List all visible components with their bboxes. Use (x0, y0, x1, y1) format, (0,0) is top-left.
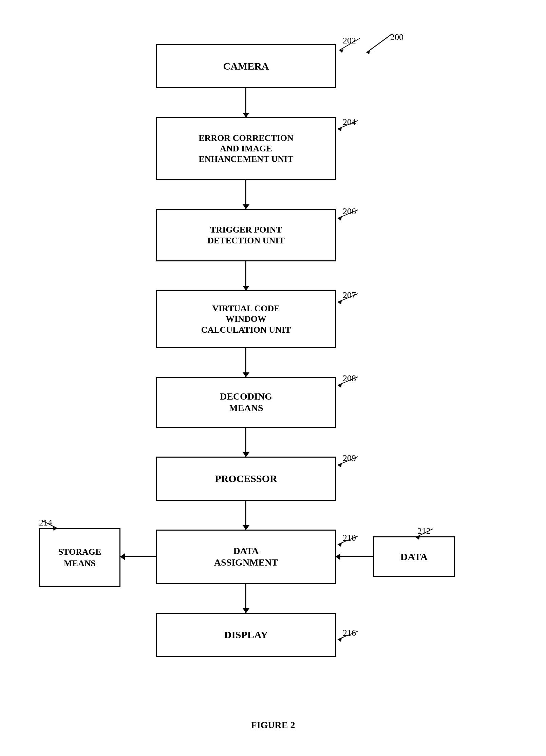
arrow-202 (336, 37, 363, 54)
arrow-assignment-to-display (245, 584, 246, 613)
svg-line-14 (338, 536, 358, 545)
svg-line-12 (338, 457, 358, 465)
virtual-code-box: VIRTUAL CODE WINDOW CALCULATION UNIT (156, 290, 336, 348)
decoding-means-label: DECODING MEANS (220, 391, 272, 413)
storage-means-label: STORAGE MEANS (58, 546, 101, 569)
svg-line-2 (339, 38, 360, 50)
camera-box: CAMERA (156, 44, 336, 88)
data-assignment-box: DATA ASSIGNMENT (156, 530, 336, 584)
svg-line-20 (338, 631, 358, 640)
arrow-virtual-to-decoding (245, 348, 246, 377)
svg-line-6 (338, 210, 358, 218)
decoding-means-box: DECODING MEANS (156, 377, 336, 428)
arrow-207 (334, 292, 361, 306)
data-assignment-label: DATA ASSIGNMENT (214, 545, 278, 568)
camera-label: CAMERA (223, 60, 269, 72)
virtual-code-label: VIRTUAL CODE WINDOW CALCULATION UNIT (201, 303, 291, 335)
error-correction-label: ERROR CORRECTION AND IMAGE ENHANCEMENT U… (199, 133, 294, 165)
svg-line-0 (366, 34, 392, 53)
arrow-error-to-trigger (245, 180, 246, 209)
data-label: DATA (400, 551, 428, 563)
arrow-210 (334, 534, 361, 548)
arrow-trigger-to-virtual (245, 261, 246, 290)
processor-label: PROCESSOR (215, 473, 277, 485)
error-correction-box: ERROR CORRECTION AND IMAGE ENHANCEMENT U… (156, 117, 336, 180)
arrow-camera-to-error (245, 88, 246, 117)
svg-line-8 (338, 294, 358, 302)
trigger-point-label: TRIGGER POINT DETECTION UNIT (207, 224, 285, 245)
arrow-assignment-to-storage (120, 556, 156, 557)
figure-caption: FIGURE 2 (0, 720, 546, 731)
arrow-208 (334, 375, 361, 389)
svg-line-4 (338, 121, 358, 129)
arrow-209 (334, 455, 361, 468)
svg-line-10 (338, 377, 358, 385)
diagram-container: 200 CAMERA 202 ERROR CORRECTION AND IMAG… (0, 0, 546, 756)
display-box: DISPLAY (156, 613, 336, 657)
svg-line-18 (42, 520, 57, 528)
svg-line-16 (416, 529, 433, 537)
display-label: DISPLAY (224, 629, 268, 641)
arrow-decoding-to-processor (245, 428, 246, 457)
arrow-processor-to-data-assignment (245, 501, 246, 530)
arrow-data-to-assignment (336, 556, 373, 557)
storage-means-box: STORAGE MEANS (39, 528, 120, 587)
processor-box: PROCESSOR (156, 457, 336, 501)
arrow-214 (40, 519, 60, 532)
arrow-204 (334, 119, 361, 132)
arrow-216 (334, 629, 361, 643)
trigger-point-box: TRIGGER POINT DETECTION UNIT (156, 209, 336, 261)
arrow-200 (360, 31, 394, 58)
data-box: DATA (373, 536, 455, 577)
arrow-206 (334, 208, 361, 222)
arrow-212 (412, 527, 436, 541)
